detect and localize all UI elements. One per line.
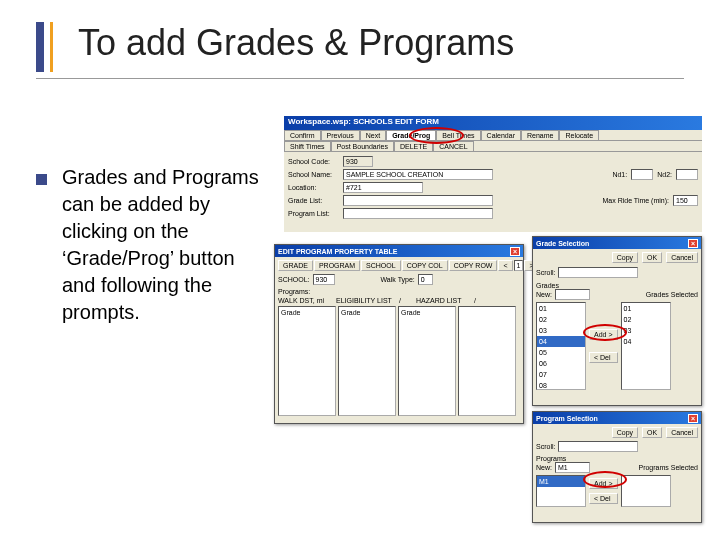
col-hazard: HAZARD LIST <box>416 297 471 304</box>
location-field[interactable]: #721 <box>343 182 423 193</box>
new-program-field[interactable]: M1 <box>555 462 590 473</box>
grade-list-field[interactable] <box>343 195 493 206</box>
close-icon[interactable]: × <box>510 247 520 256</box>
program-property-title: EDIT PROGRAM PROPERTY TABLE <box>278 248 398 255</box>
list-item[interactable]: 05 <box>537 347 585 358</box>
cancel-button[interactable]: Cancel <box>666 252 698 263</box>
close-icon[interactable]: × <box>688 414 698 423</box>
programs-selected-label: Programs Selected <box>638 464 698 471</box>
bullet-icon <box>36 174 47 185</box>
grades-label: Grades <box>536 282 698 289</box>
grade-button[interactable]: GRADE <box>278 260 313 271</box>
program-selection-titlebar: Program Selection × <box>533 412 701 424</box>
school-name-field[interactable]: SAMPLE SCHOOL CREATION <box>343 169 493 180</box>
grade-selection-titlebar: Grade Selection × <box>533 237 701 249</box>
location-label: Location: <box>288 184 343 191</box>
col-walk-dst: WALK DST, mi <box>278 297 333 304</box>
page-title: To add Grades & Programs <box>78 22 514 64</box>
school-code-label: School Code: <box>288 158 343 165</box>
cancel-button[interactable]: Cancel <box>666 427 698 438</box>
title-underline <box>36 78 684 79</box>
walk-type-field[interactable]: 0 <box>418 274 433 285</box>
program-selection-title: Program Selection <box>536 415 598 422</box>
tab-next[interactable]: Next <box>360 130 386 140</box>
new-label: New: <box>536 464 552 471</box>
scroll-field[interactable] <box>558 267 638 278</box>
list-item[interactable]: 02 <box>537 314 585 325</box>
add-button[interactable]: Add > <box>589 329 618 340</box>
list-item[interactable]: 04 <box>537 336 585 347</box>
copy-row-button[interactable]: COPY ROW <box>449 260 498 271</box>
program-button[interactable]: PROGRAM <box>314 260 360 271</box>
tab-post-boundaries[interactable]: Post Boundaries <box>331 141 394 151</box>
ok-button[interactable]: OK <box>642 252 662 263</box>
grades-selected-listbox[interactable]: 01 02 03 04 <box>621 302 671 390</box>
col2-v: / <box>399 297 413 304</box>
school-button[interactable]: SCHOOL <box>361 260 401 271</box>
close-icon[interactable]: × <box>688 239 698 248</box>
tab-bell-times[interactable]: Bell Times <box>436 130 480 140</box>
program-list-field[interactable] <box>343 208 493 219</box>
maxride-field[interactable]: 150 <box>673 195 698 206</box>
program-property-titlebar: EDIT PROGRAM PROPERTY TABLE × <box>275 245 523 257</box>
nd2-label: Nd2: <box>657 171 672 178</box>
program-selection-dialog: Program Selection × Copy OK Cancel Scrol… <box>532 411 702 523</box>
col-eligibility: ELIGIBILITY LIST <box>336 297 396 304</box>
list-item[interactable]: 01 <box>622 303 670 314</box>
grade-header3: Grade <box>399 307 455 318</box>
prev-button[interactable]: < <box>498 260 512 271</box>
program-property-dialog: EDIT PROGRAM PROPERTY TABLE × GRADE PROG… <box>274 244 524 424</box>
tab-row-2: Shift Times Post Boundaries DELETE CANCE… <box>284 141 702 152</box>
slide-accent-bar2 <box>50 22 53 72</box>
copy-col-button[interactable]: COPY COL <box>402 260 448 271</box>
list-item[interactable]: 04 <box>622 336 670 347</box>
copy-button[interactable]: Copy <box>612 252 638 263</box>
programs-listbox[interactable]: M1 <box>536 475 586 507</box>
grades-listbox[interactable]: 01 02 03 04 05 06 07 08 <box>536 302 586 390</box>
tab-cancel[interactable]: CANCEL <box>433 141 473 151</box>
scroll-label: Scroll: <box>536 443 555 450</box>
ok-button[interactable]: OK <box>642 427 662 438</box>
tab-delete[interactable]: DELETE <box>394 141 433 151</box>
nd2-field[interactable] <box>676 169 698 180</box>
del-button[interactable]: < Del <box>589 352 618 363</box>
tab-row-1: Confirm Previous Next Grade/Prog Bell Ti… <box>284 130 702 141</box>
list-item[interactable]: 08 <box>537 380 585 391</box>
tab-calendar[interactable]: Calendar <box>481 130 521 140</box>
nav-pos[interactable]: 1 <box>514 260 524 271</box>
nd1-field[interactable] <box>631 169 653 180</box>
school-form: School Code: 930 School Name: SAMPLE SCH… <box>284 152 702 232</box>
programs-lbl: Programs: <box>278 288 520 295</box>
list-item[interactable]: M1 <box>537 476 585 487</box>
copy-button[interactable]: Copy <box>612 427 638 438</box>
nd1-label: Nd1: <box>612 171 627 178</box>
app-window: Workspace.wsp: SCHOOLS EDIT FORM Confirm… <box>284 116 702 526</box>
tab-relocate[interactable]: Relocate <box>559 130 599 140</box>
new-grade-field[interactable] <box>555 289 590 300</box>
tab-confirm[interactable]: Confirm <box>284 130 321 140</box>
del-button[interactable]: < Del <box>589 493 618 504</box>
scroll-field[interactable] <box>558 441 638 452</box>
tab-previous[interactable]: Previous <box>321 130 360 140</box>
list-item[interactable]: 01 <box>537 303 585 314</box>
grade-list-label: Grade List: <box>288 197 343 204</box>
grade-selection-title: Grade Selection <box>536 240 589 247</box>
list-item[interactable]: 06 <box>537 358 585 369</box>
programs-label: Programs <box>536 455 698 462</box>
walk-type-label: Walk Type: <box>381 276 415 283</box>
tab-shift-times[interactable]: Shift Times <box>284 141 331 151</box>
tab-grade-prog[interactable]: Grade/Prog <box>386 130 436 140</box>
list-item[interactable]: 03 <box>622 325 670 336</box>
tab-rename[interactable]: Rename <box>521 130 559 140</box>
list-item[interactable]: 03 <box>537 325 585 336</box>
add-button[interactable]: Add > <box>589 478 618 489</box>
list-item[interactable]: 07 <box>537 369 585 380</box>
slide-accent-bar <box>36 22 44 72</box>
grade-selection-dialog: Grade Selection × Copy OK Cancel Scroll:… <box>532 236 702 406</box>
grades-selected-label: Grades Selected <box>646 291 698 298</box>
list-item[interactable]: 02 <box>622 314 670 325</box>
programs-selected-listbox[interactable] <box>621 475 671 507</box>
program-list-label: Program List: <box>288 210 343 217</box>
scroll-label: Scroll: <box>536 269 555 276</box>
grade-header: Grade <box>279 307 335 318</box>
